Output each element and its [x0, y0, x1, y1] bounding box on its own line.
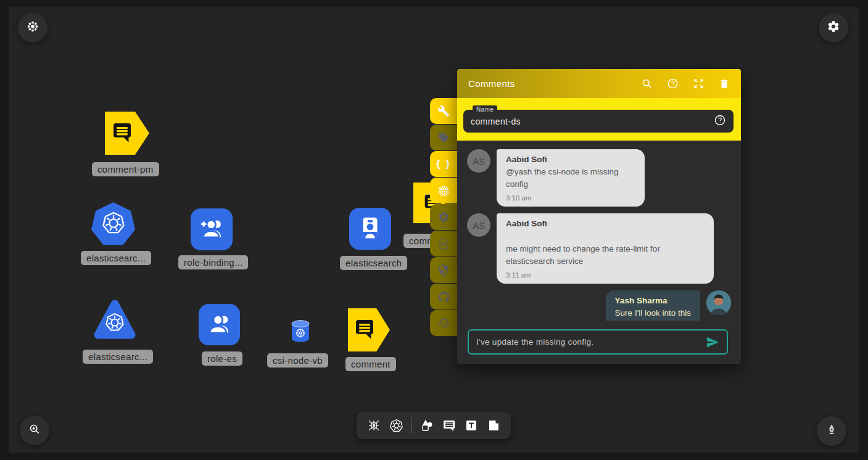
message: AS Aabid Sofi me might need to change th…	[467, 213, 731, 284]
node-label: csi-node-vb	[267, 353, 328, 368]
help-icon[interactable]	[667, 78, 679, 89]
comment-tool-icon[interactable]	[442, 418, 457, 433]
shapes-icon[interactable]	[420, 418, 435, 433]
name-section: Name	[457, 98, 741, 141]
message-list: AS Aabid Sofi @yash the csi-node is miss…	[457, 141, 741, 321]
search-icon[interactable]	[641, 78, 653, 89]
send-icon[interactable]	[706, 335, 719, 349]
wrench-icon	[437, 105, 450, 117]
settings-button[interactable]	[819, 13, 848, 43]
tag-icon	[437, 131, 450, 144]
message-author: Yash Sharma	[615, 296, 691, 305]
panel-side-toolbar: { }	[430, 98, 457, 337]
storage-cylinder-icon	[291, 334, 310, 345]
cluster-button[interactable]	[18, 13, 48, 43]
tag-tool-button[interactable]	[430, 125, 457, 150]
pen-nib-icon	[825, 423, 838, 439]
message-bubble: Yash Sharma Sure I'll look into this 3:2…	[606, 290, 700, 321]
node-elasticsearch-heptagon[interactable]	[91, 202, 135, 246]
message-author: Aabid Sofi	[506, 219, 705, 228]
history-tool-button[interactable]	[430, 310, 457, 336]
kubernetes-wheel-icon	[99, 209, 128, 240]
toolbar-divider	[411, 417, 412, 433]
expand-icon[interactable]	[693, 78, 705, 89]
comments-panel: Comments Name	[457, 69, 741, 364]
field-help-icon[interactable]	[714, 114, 726, 129]
node-label: role-binding...	[178, 255, 248, 269]
node-elasticsearch-badge[interactable]	[349, 208, 391, 250]
kubernetes-wheel-icon	[103, 311, 126, 337]
gear-icon	[827, 20, 840, 36]
comment-bubble-icon	[352, 316, 378, 344]
trash-icon[interactable]	[719, 78, 730, 89]
node-label: role-es	[202, 351, 242, 366]
github-icon	[437, 290, 450, 303]
braces-tool-button[interactable]: { }	[430, 151, 457, 177]
doc-search-tool-button[interactable]	[430, 231, 457, 257]
note-tool-icon[interactable]	[486, 418, 501, 433]
node-comment[interactable]	[348, 308, 390, 351]
node-role-es[interactable]	[199, 304, 240, 345]
kubernetes-icon[interactable]	[389, 418, 404, 433]
message-text: me might need to change the rate-limit f…	[506, 243, 705, 267]
panel-title: Comments	[468, 78, 641, 89]
message-time: 3:11 am	[506, 271, 705, 279]
message-bubble: Aabid Sofi @yash the csi-node is missing…	[497, 149, 645, 207]
node-label: comment	[345, 357, 396, 371]
shield-tool-button[interactable]	[430, 257, 457, 283]
kubernetes-flower-icon	[437, 184, 450, 197]
zoom-button[interactable]	[20, 416, 49, 445]
role-binding-icon	[197, 214, 226, 245]
name-field-label: Name	[473, 105, 497, 113]
avatar: AS	[467, 213, 490, 237]
service-account-badge-icon	[356, 213, 384, 244]
node-label: comment-pm	[92, 162, 159, 176]
message-time: 3:10 am	[506, 194, 635, 202]
node-comment-pm[interactable]	[105, 112, 149, 155]
node-csi-node-vb[interactable]	[291, 319, 310, 343]
message-text: Sure I'll look into this	[615, 307, 691, 319]
node-graph-icon[interactable]	[366, 418, 381, 433]
wrench-tool-button[interactable]	[430, 98, 457, 124]
name-input[interactable]	[471, 117, 714, 126]
node-role-binding[interactable]	[191, 208, 233, 250]
braces-icon: { }	[436, 158, 451, 170]
node-label: elasticsearc...	[81, 251, 151, 265]
name-field-wrap: Name	[463, 110, 734, 133]
node-elasticsearch-triangle[interactable]	[93, 298, 137, 340]
comments-panel-header[interactable]: Comments	[457, 69, 741, 98]
node-label: elasticsearch	[340, 256, 407, 270]
doc-search-icon	[437, 237, 450, 250]
github-tool-button[interactable]	[430, 284, 457, 310]
avatar-photo	[706, 290, 731, 315]
chat-message-input[interactable]	[476, 337, 706, 347]
text-tool-icon[interactable]	[464, 418, 479, 433]
settings-tool-button[interactable]	[430, 204, 457, 230]
role-icon	[205, 310, 234, 340]
chat-input-bar	[468, 329, 728, 355]
cluster-flower-icon	[26, 20, 39, 36]
message-bubble: Aabid Sofi me might need to change the r…	[497, 213, 714, 284]
gear-icon	[437, 211, 450, 223]
shape-toolbar	[357, 412, 511, 439]
message-author: Aabid Sofi	[506, 155, 635, 164]
kubernetes-tool-button[interactable]	[430, 178, 457, 203]
message-text: @yash the csi-node is missing config	[506, 166, 635, 190]
history-icon	[437, 317, 450, 329]
message: AS Aabid Sofi @yash the csi-node is miss…	[467, 149, 731, 207]
comment-bubble-icon	[109, 119, 135, 147]
node-label: elasticsearc...	[83, 350, 153, 364]
zoom-in-icon	[28, 422, 41, 438]
panel-header-actions	[641, 78, 730, 89]
message: Yash Sharma Sure I'll look into this 3:2…	[467, 290, 731, 321]
pen-tool-button[interactable]	[817, 416, 846, 446]
shield-icon	[437, 264, 450, 276]
avatar: AS	[467, 149, 490, 173]
